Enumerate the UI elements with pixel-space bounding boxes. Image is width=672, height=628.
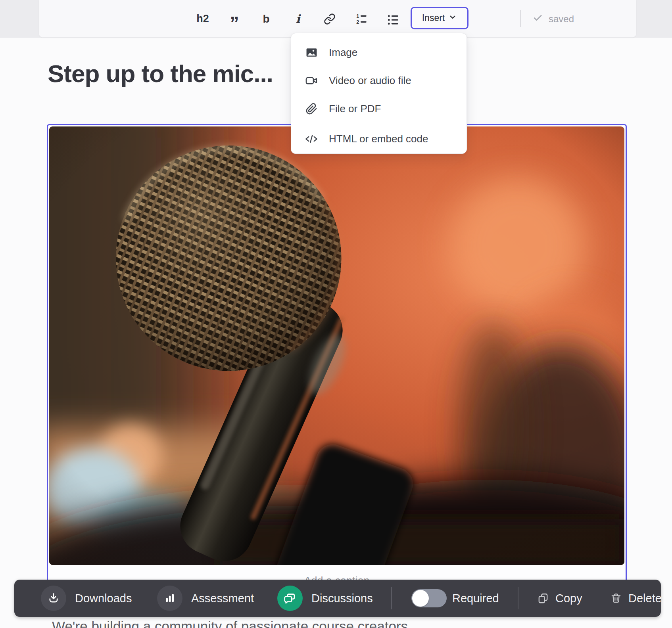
- discussions-label: Discussions: [311, 592, 373, 605]
- blockquote-button[interactable]: ”: [225, 12, 244, 34]
- bar-divider: [518, 587, 518, 609]
- discussions-button[interactable]: Discussions: [277, 580, 373, 617]
- insert-menu: Image Video or audio file File or PDF: [291, 33, 467, 154]
- menu-item-label: Image: [329, 46, 357, 59]
- menu-item-label: File or PDF: [329, 103, 381, 115]
- insert-button[interactable]: Insert: [411, 7, 468, 29]
- image-icon: [305, 46, 318, 59]
- toolbar-divider: [520, 10, 521, 27]
- image-block-selected[interactable]: Add a caption: [47, 124, 627, 584]
- required-label: Required: [452, 580, 499, 617]
- menu-item-file-pdf[interactable]: File or PDF: [291, 95, 467, 123]
- delete-label: Delete: [628, 592, 662, 605]
- copy-icon: [537, 592, 549, 604]
- heading2-button[interactable]: h2: [193, 8, 213, 30]
- bar-divider: [391, 587, 392, 609]
- required-toggle[interactable]: [411, 589, 447, 607]
- bullet-list-button[interactable]: [383, 8, 403, 30]
- svg-text:1: 1: [356, 13, 359, 19]
- chevron-down-icon: [448, 13, 457, 24]
- assessment-label: Assessment: [191, 592, 254, 605]
- chat-icon: [277, 586, 303, 611]
- save-status: saved: [532, 0, 574, 38]
- ordered-list-icon: 1 2: [355, 13, 367, 25]
- toggle-knob: [412, 590, 429, 607]
- menu-item-html-embed[interactable]: HTML or embed code: [291, 125, 467, 153]
- bullet-list-icon: [387, 13, 399, 25]
- body-paragraph[interactable]: We're building a community of passionate…: [52, 618, 647, 628]
- save-status-label: saved: [549, 13, 574, 25]
- svg-text:2: 2: [356, 19, 359, 25]
- link-button[interactable]: [320, 8, 340, 30]
- menu-item-video-audio[interactable]: Video or audio file: [291, 67, 467, 95]
- bold-button[interactable]: b: [256, 8, 276, 30]
- menu-item-label: HTML or embed code: [329, 133, 428, 145]
- toolbar-panel: h2 ” b i 1 2: [39, 0, 636, 38]
- paperclip-icon: [305, 102, 318, 116]
- assessment-button[interactable]: Assessment: [157, 580, 254, 617]
- code-icon: [305, 132, 318, 146]
- link-icon: [324, 13, 336, 25]
- delete-button[interactable]: Delete: [610, 580, 662, 617]
- menu-item-label: Video or audio file: [329, 75, 411, 87]
- ordered-list-button[interactable]: 1 2: [351, 8, 371, 30]
- trash-icon: [610, 592, 622, 604]
- menu-divider: [291, 124, 467, 124]
- microphone-photo[interactable]: [49, 126, 624, 565]
- block-settings-bar: Downloads Assessment Discussions Require…: [14, 580, 661, 617]
- italic-button[interactable]: i: [288, 8, 308, 30]
- downloads-label: Downloads: [75, 592, 132, 605]
- downloads-button[interactable]: Downloads: [41, 580, 132, 617]
- microphone-photo-art: [49, 126, 624, 565]
- check-icon: [532, 12, 543, 26]
- copy-label: Copy: [555, 592, 582, 605]
- insert-button-label: Insert: [422, 13, 445, 23]
- download-icon: [41, 586, 66, 611]
- bar-chart-icon: [157, 586, 182, 611]
- menu-item-image[interactable]: Image: [291, 38, 467, 67]
- video-icon: [305, 74, 318, 88]
- editor-toolbar: h2 ” b i 1 2: [0, 0, 672, 38]
- copy-button[interactable]: Copy: [537, 580, 582, 617]
